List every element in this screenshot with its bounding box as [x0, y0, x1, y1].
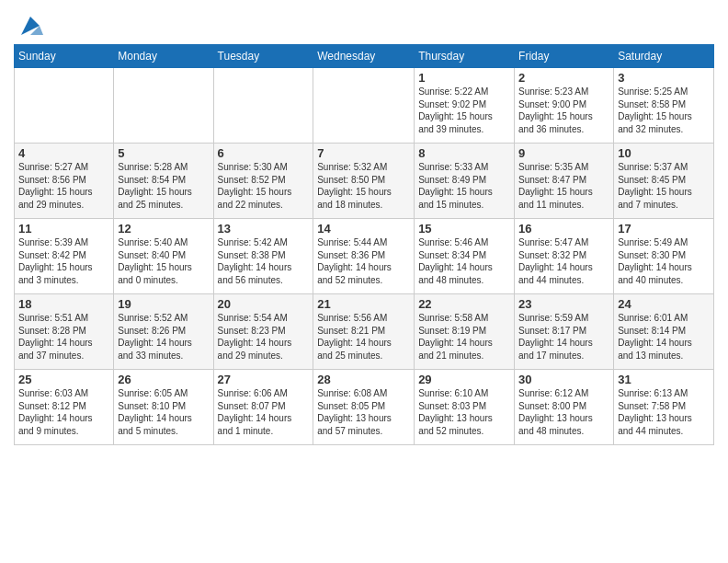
table-row	[213, 68, 313, 144]
day-number: 7	[317, 146, 410, 160]
table-row: 16Sunrise: 5:47 AMSunset: 8:32 PMDayligh…	[515, 219, 614, 294]
table-row: 22Sunrise: 5:58 AMSunset: 8:19 PMDayligh…	[415, 294, 515, 370]
day-info: Sunrise: 5:49 AMSunset: 8:30 PMDaylight:…	[618, 236, 710, 286]
day-info: Sunrise: 5:46 AMSunset: 8:34 PMDaylight:…	[418, 236, 510, 286]
table-row	[114, 68, 213, 144]
day-info: Sunrise: 5:44 AMSunset: 8:36 PMDaylight:…	[317, 236, 410, 286]
day-info: Sunrise: 5:58 AMSunset: 8:19 PMDaylight:…	[418, 312, 510, 362]
day-info: Sunrise: 6:05 AMSunset: 8:10 PMDaylight:…	[118, 387, 209, 437]
day-number: 8	[418, 146, 510, 160]
day-number: 23	[518, 297, 609, 311]
table-row: 13Sunrise: 5:42 AMSunset: 8:38 PMDayligh…	[213, 219, 313, 294]
day-info: Sunrise: 5:40 AMSunset: 8:40 PMDaylight:…	[118, 236, 209, 286]
day-info: Sunrise: 6:01 AMSunset: 8:14 PMDaylight:…	[618, 312, 710, 362]
table-row: 31Sunrise: 6:13 AMSunset: 7:58 PMDayligh…	[614, 370, 714, 445]
day-info: Sunrise: 5:52 AMSunset: 8:26 PMDaylight:…	[118, 312, 209, 362]
logo-icon	[17, 13, 43, 39]
day-number: 2	[518, 71, 609, 85]
calendar-week-row: 4Sunrise: 5:27 AMSunset: 8:56 PMDaylight…	[15, 144, 714, 219]
table-row	[15, 68, 114, 144]
table-row: 26Sunrise: 6:05 AMSunset: 8:10 PMDayligh…	[114, 370, 213, 445]
day-number: 15	[418, 222, 510, 236]
day-info: Sunrise: 5:42 AMSunset: 8:38 PMDaylight:…	[218, 236, 310, 286]
day-number: 29	[418, 373, 510, 386]
day-number: 19	[118, 297, 209, 311]
table-row: 8Sunrise: 5:33 AMSunset: 8:49 PMDaylight…	[415, 144, 515, 219]
day-number: 13	[218, 222, 310, 236]
day-info: Sunrise: 5:37 AMSunset: 8:45 PMDaylight:…	[618, 161, 710, 211]
table-row: 27Sunrise: 6:06 AMSunset: 8:07 PMDayligh…	[213, 370, 313, 445]
day-info: Sunrise: 5:23 AMSunset: 9:00 PMDaylight:…	[518, 86, 609, 135]
logo	[14, 13, 43, 39]
col-friday: Friday	[515, 45, 614, 68]
col-thursday: Thursday	[415, 45, 515, 68]
day-info: Sunrise: 5:54 AMSunset: 8:23 PMDaylight:…	[218, 312, 310, 362]
col-wednesday: Wednesday	[313, 45, 415, 68]
table-row: 15Sunrise: 5:46 AMSunset: 8:34 PMDayligh…	[415, 219, 515, 294]
calendar-week-row: 1Sunrise: 5:22 AMSunset: 9:02 PMDaylight…	[15, 68, 714, 144]
col-tuesday: Tuesday	[213, 45, 313, 68]
day-number: 28	[317, 373, 410, 386]
col-sunday: Sunday	[15, 45, 114, 68]
day-info: Sunrise: 6:10 AMSunset: 8:03 PMDaylight:…	[418, 387, 510, 437]
table-row: 3Sunrise: 5:25 AMSunset: 8:58 PMDaylight…	[614, 68, 714, 144]
table-row: 5Sunrise: 5:28 AMSunset: 8:54 PMDaylight…	[114, 144, 213, 219]
table-row: 12Sunrise: 5:40 AMSunset: 8:40 PMDayligh…	[114, 219, 213, 294]
day-number: 31	[618, 373, 710, 386]
table-row: 23Sunrise: 5:59 AMSunset: 8:17 PMDayligh…	[515, 294, 614, 370]
table-row	[313, 68, 415, 144]
table-row: 25Sunrise: 6:03 AMSunset: 8:12 PMDayligh…	[15, 370, 114, 445]
day-number: 17	[618, 222, 710, 236]
table-row: 21Sunrise: 5:56 AMSunset: 8:21 PMDayligh…	[313, 294, 415, 370]
table-row: 29Sunrise: 6:10 AMSunset: 8:03 PMDayligh…	[415, 370, 515, 445]
day-info: Sunrise: 6:12 AMSunset: 8:00 PMDaylight:…	[518, 387, 609, 437]
table-row: 14Sunrise: 5:44 AMSunset: 8:36 PMDayligh…	[313, 219, 415, 294]
day-info: Sunrise: 6:06 AMSunset: 8:07 PMDaylight:…	[218, 387, 310, 437]
day-info: Sunrise: 5:35 AMSunset: 8:47 PMDaylight:…	[518, 161, 609, 211]
day-info: Sunrise: 6:13 AMSunset: 7:58 PMDaylight:…	[618, 387, 710, 437]
table-row: 30Sunrise: 6:12 AMSunset: 8:00 PMDayligh…	[515, 370, 614, 445]
day-number: 30	[518, 373, 609, 386]
day-info: Sunrise: 5:59 AMSunset: 8:17 PMDaylight:…	[518, 312, 609, 362]
day-info: Sunrise: 5:56 AMSunset: 8:21 PMDaylight:…	[317, 312, 410, 362]
day-info: Sunrise: 6:03 AMSunset: 8:12 PMDaylight:…	[18, 387, 109, 437]
header	[14, 9, 714, 39]
table-row: 6Sunrise: 5:30 AMSunset: 8:52 PMDaylight…	[213, 144, 313, 219]
day-number: 9	[518, 146, 609, 160]
day-number: 16	[518, 222, 609, 236]
calendar-week-row: 11Sunrise: 5:39 AMSunset: 8:42 PMDayligh…	[15, 219, 714, 294]
day-info: Sunrise: 5:22 AMSunset: 9:02 PMDaylight:…	[418, 86, 510, 135]
table-row: 10Sunrise: 5:37 AMSunset: 8:45 PMDayligh…	[614, 144, 714, 219]
calendar-header-row: Sunday Monday Tuesday Wednesday Thursday…	[15, 45, 714, 68]
day-info: Sunrise: 5:33 AMSunset: 8:49 PMDaylight:…	[418, 161, 510, 211]
day-info: Sunrise: 5:51 AMSunset: 8:28 PMDaylight:…	[18, 312, 109, 362]
table-row: 28Sunrise: 6:08 AMSunset: 8:05 PMDayligh…	[313, 370, 415, 445]
day-number: 24	[618, 297, 710, 311]
calendar-week-row: 18Sunrise: 5:51 AMSunset: 8:28 PMDayligh…	[15, 294, 714, 370]
calendar-table: Sunday Monday Tuesday Wednesday Thursday…	[14, 44, 714, 445]
day-info: Sunrise: 5:28 AMSunset: 8:54 PMDaylight:…	[118, 161, 209, 211]
day-info: Sunrise: 5:39 AMSunset: 8:42 PMDaylight:…	[18, 236, 109, 286]
table-row: 17Sunrise: 5:49 AMSunset: 8:30 PMDayligh…	[614, 219, 714, 294]
day-number: 26	[118, 373, 209, 386]
page: Sunday Monday Tuesday Wednesday Thursday…	[0, 0, 728, 563]
day-number: 11	[18, 222, 109, 236]
col-monday: Monday	[114, 45, 213, 68]
day-number: 14	[317, 222, 410, 236]
table-row: 20Sunrise: 5:54 AMSunset: 8:23 PMDayligh…	[213, 294, 313, 370]
table-row: 24Sunrise: 6:01 AMSunset: 8:14 PMDayligh…	[614, 294, 714, 370]
day-number: 25	[18, 373, 109, 386]
table-row: 9Sunrise: 5:35 AMSunset: 8:47 PMDaylight…	[515, 144, 614, 219]
day-number: 4	[18, 146, 109, 160]
day-info: Sunrise: 5:27 AMSunset: 8:56 PMDaylight:…	[18, 161, 109, 211]
table-row: 11Sunrise: 5:39 AMSunset: 8:42 PMDayligh…	[15, 219, 114, 294]
day-number: 10	[618, 146, 710, 160]
col-saturday: Saturday	[614, 45, 714, 68]
table-row: 2Sunrise: 5:23 AMSunset: 9:00 PMDaylight…	[515, 68, 614, 144]
table-row: 18Sunrise: 5:51 AMSunset: 8:28 PMDayligh…	[15, 294, 114, 370]
day-number: 3	[618, 71, 710, 85]
table-row: 1Sunrise: 5:22 AMSunset: 9:02 PMDaylight…	[415, 68, 515, 144]
day-number: 1	[418, 71, 510, 85]
day-number: 21	[317, 297, 410, 311]
day-info: Sunrise: 5:30 AMSunset: 8:52 PMDaylight:…	[218, 161, 310, 211]
